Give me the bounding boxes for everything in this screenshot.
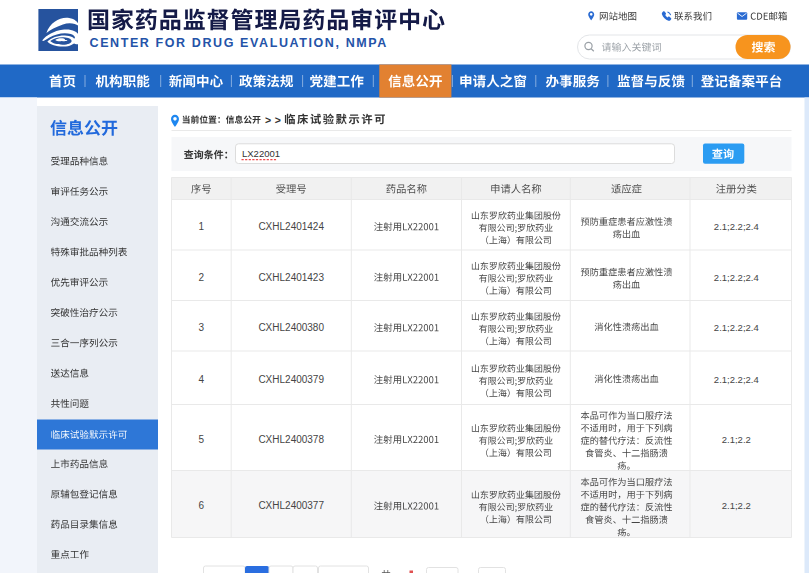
svg-text:1: 1 bbox=[199, 221, 205, 232]
svg-text:2: 2 bbox=[199, 272, 205, 283]
svg-text:2.1;2.2;2.4: 2.1;2.2;2.4 bbox=[714, 272, 759, 283]
svg-text:5: 5 bbox=[199, 434, 205, 445]
svg-text:2.1;2.2: 2.1;2.2 bbox=[722, 434, 751, 445]
svg-text:2.1;2.2;2.4: 2.1;2.2;2.4 bbox=[714, 322, 759, 333]
svg-text:2.1;2.2;2.4: 2.1;2.2;2.4 bbox=[714, 374, 759, 385]
svg-text:2.1;2.2;2.4: 2.1;2.2;2.4 bbox=[714, 221, 759, 232]
svg-text:>: > bbox=[265, 114, 271, 126]
svg-text:CXHL2400380: CXHL2400380 bbox=[258, 322, 324, 333]
svg-text:CXHL2400377: CXHL2400377 bbox=[258, 500, 324, 511]
svg-text:2.1;2.2: 2.1;2.2 bbox=[722, 500, 751, 511]
svg-text:CXHL2400378: CXHL2400378 bbox=[258, 434, 324, 445]
svg-text:4: 4 bbox=[199, 374, 205, 385]
svg-text:>: > bbox=[275, 114, 281, 126]
svg-text:6: 6 bbox=[199, 500, 205, 511]
svg-text:CXHL2400379: CXHL2400379 bbox=[258, 374, 324, 385]
svg-text:LX22001: LX22001 bbox=[242, 148, 280, 159]
svg-text:CENTER FOR DRUG EVALUATION, NM: CENTER FOR DRUG EVALUATION, NMPA bbox=[90, 36, 388, 50]
svg-text:3: 3 bbox=[199, 322, 205, 333]
svg-text:CXHL2401424: CXHL2401424 bbox=[258, 221, 324, 232]
svg-text:CXHL2401423: CXHL2401423 bbox=[258, 272, 324, 283]
